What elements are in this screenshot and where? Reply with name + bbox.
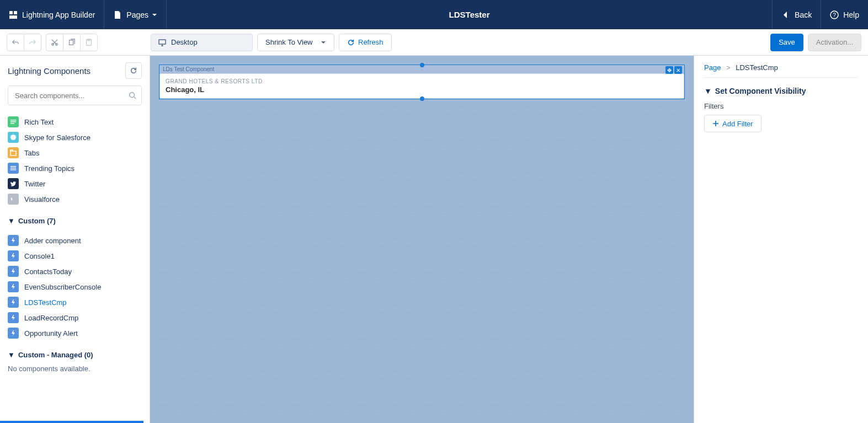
help-button[interactable]: ? Help xyxy=(821,0,868,29)
app-title: Lightning App Builder xyxy=(0,0,104,29)
lightning-icon xyxy=(8,266,19,277)
managed-section-label: Custom - Managed (0) xyxy=(18,351,93,359)
svg-rect-1 xyxy=(14,11,17,14)
desktop-icon xyxy=(158,38,167,47)
component-label: Trending Topics xyxy=(24,164,74,173)
topics-icon xyxy=(8,163,19,174)
selected-component[interactable]: ✥ ✕ LDs Test Component GRAND HOTELS & RE… xyxy=(159,65,685,99)
builder-icon xyxy=(9,10,18,19)
triangle-down-icon: ▼ xyxy=(704,87,712,95)
component-item[interactable]: Twitter xyxy=(8,176,150,191)
svg-rect-14 xyxy=(10,123,14,124)
component-item[interactable]: Skype for Salesforce xyxy=(8,130,150,145)
component-item[interactable]: ContactsToday xyxy=(8,264,150,279)
save-button[interactable]: Save xyxy=(770,34,803,51)
breadcrumb-root[interactable]: Page xyxy=(704,63,721,72)
add-filter-button[interactable]: Add Filter xyxy=(704,115,762,132)
svg-rect-19 xyxy=(10,169,16,170)
component-item[interactable]: Tabs xyxy=(8,145,150,160)
triangle-down-icon: ▼ xyxy=(8,351,15,359)
device-select[interactable]: Desktop xyxy=(151,34,253,51)
lightning-icon xyxy=(8,250,19,261)
chevron-down-icon xyxy=(321,40,326,45)
pages-label: Pages xyxy=(126,10,148,19)
refresh-icon xyxy=(347,39,355,46)
component-item[interactable]: Opportunity Alert xyxy=(8,325,150,341)
breadcrumb-current: LDSTestCmp xyxy=(736,63,778,72)
paste-button[interactable] xyxy=(80,34,98,51)
cut-button[interactable] xyxy=(46,34,63,51)
undo-button[interactable] xyxy=(7,34,24,51)
left-panel-title: Lightning Components xyxy=(8,66,90,76)
svg-rect-12 xyxy=(10,120,16,121)
clipboard-group xyxy=(46,34,98,51)
component-item[interactable]: Adder component xyxy=(8,233,150,248)
component-item[interactable]: LDSTestCmp xyxy=(8,295,150,310)
component-item[interactable]: EvenSubscriberConsole xyxy=(8,279,150,295)
component-label: EvenSubscriberConsole xyxy=(24,283,101,291)
remove-button[interactable]: ✕ xyxy=(674,66,682,74)
svg-rect-13 xyxy=(10,121,16,122)
canvas[interactable]: ✥ ✕ LDs Test Component GRAND HOTELS & RE… xyxy=(156,61,688,417)
component-label: Tabs xyxy=(24,149,39,157)
tabs-icon xyxy=(8,147,19,158)
component-item[interactable]: Visualforce xyxy=(8,191,150,207)
filters-label: Filters xyxy=(704,102,858,110)
component-label: Rich Text xyxy=(24,118,54,126)
divider xyxy=(704,77,858,78)
visibility-section-toggle[interactable]: ▼ Set Component Visibility xyxy=(704,87,858,95)
lightning-icon xyxy=(8,297,19,308)
lightning-icon xyxy=(8,312,19,323)
custom-section-toggle[interactable]: ▼ Custom (7) xyxy=(0,207,150,229)
activation-button[interactable]: Activation... xyxy=(808,34,861,51)
managed-empty-message: No components available. xyxy=(0,363,150,378)
redo-button[interactable] xyxy=(24,34,41,51)
card-title: GRAND HOTELS & RESORTS LTD xyxy=(166,78,678,84)
components-refresh-button[interactable] xyxy=(125,62,142,79)
component-label: Adder component xyxy=(24,237,81,245)
managed-section-toggle[interactable]: ▼ Custom - Managed (0) xyxy=(0,341,150,363)
custom-section-label: Custom (7) xyxy=(18,217,56,225)
refresh-button[interactable]: Refresh xyxy=(339,34,392,51)
richtext-icon xyxy=(8,116,19,127)
resize-handle-top[interactable] xyxy=(420,63,424,67)
lightning-icon xyxy=(8,328,19,339)
svg-point-15 xyxy=(10,135,16,140)
component-label: Opportunity Alert xyxy=(24,329,78,338)
plus-icon xyxy=(712,120,719,127)
question-icon: ? xyxy=(830,10,839,19)
component-label: Twitter xyxy=(24,180,45,188)
move-handle[interactable]: ✥ xyxy=(665,66,673,74)
add-filter-label: Add Filter xyxy=(722,120,753,128)
svg-rect-2 xyxy=(9,15,17,19)
search-input[interactable] xyxy=(8,85,142,105)
refresh-label: Refresh xyxy=(358,38,384,46)
component-item[interactable]: Trending Topics xyxy=(8,160,150,176)
component-label: LDSTestCmp xyxy=(24,298,67,307)
component-label: Skype for Salesforce xyxy=(24,133,90,142)
arrow-left-icon xyxy=(781,10,790,19)
component-item[interactable]: Console1 xyxy=(8,248,150,264)
component-label: Console1 xyxy=(24,252,55,260)
back-button[interactable]: Back xyxy=(772,0,821,29)
svg-rect-0 xyxy=(9,11,13,14)
resize-handle-bottom[interactable] xyxy=(420,97,424,101)
component-label: ContactsToday xyxy=(24,267,72,276)
pages-menu[interactable]: Pages xyxy=(104,0,167,29)
lightning-icon xyxy=(8,235,19,246)
lightning-icon xyxy=(8,281,19,292)
component-label: Visualforce xyxy=(24,195,60,204)
copy-button[interactable] xyxy=(63,34,81,51)
component-item[interactable]: Rich Text xyxy=(8,114,150,130)
component-item[interactable]: LoadRecordCmp xyxy=(8,310,150,325)
device-label: Desktop xyxy=(171,38,198,46)
app-title-text: Lightning App Builder xyxy=(22,10,95,19)
vf-icon xyxy=(8,194,19,205)
undo-redo-group xyxy=(7,34,41,51)
twitter-icon xyxy=(8,178,19,189)
zoom-select[interactable]: Shrink To View xyxy=(257,34,334,51)
zoom-label: Shrink To View xyxy=(265,38,313,46)
page-title: LDSTester xyxy=(167,0,772,29)
component-body: GRAND HOTELS & RESORTS LTD Chicago, IL xyxy=(159,73,684,99)
svg-rect-16 xyxy=(10,151,16,156)
